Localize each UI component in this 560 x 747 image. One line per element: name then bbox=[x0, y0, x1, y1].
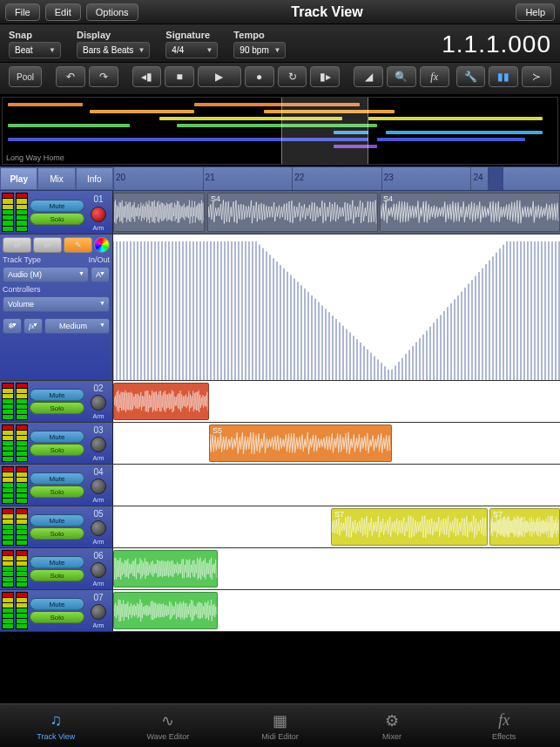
level-meter bbox=[16, 193, 28, 232]
tempo-select[interactable]: 90 bpm bbox=[233, 42, 286, 58]
level-meter bbox=[16, 466, 28, 504]
tab-label: Midi Editor bbox=[261, 732, 299, 741]
track-type-select[interactable]: Audio (M) bbox=[3, 267, 89, 282]
tab-mix[interactable]: Mix bbox=[37, 167, 75, 190]
redo-button[interactable]: ↷ bbox=[89, 66, 118, 87]
automation-lane[interactable] bbox=[113, 234, 560, 380]
controller-select[interactable]: Volume bbox=[3, 296, 110, 312]
track-lane[interactable] bbox=[113, 465, 560, 506]
solo-button[interactable]: Solo bbox=[30, 527, 84, 540]
audio-clip[interactable]: S4 bbox=[380, 193, 560, 232]
marker-tool-button[interactable]: ▮▮ bbox=[489, 66, 518, 87]
overview-viewport[interactable] bbox=[281, 98, 368, 164]
ruler-marker[interactable] bbox=[488, 167, 503, 190]
metronome-button[interactable]: ◢ bbox=[354, 66, 383, 87]
ruler-number: 24 bbox=[473, 173, 482, 182]
track-lane[interactable]: S4S4 bbox=[113, 191, 560, 234]
tab-wave-editor[interactable]: ∿ Wave Editor bbox=[112, 704, 225, 747]
tab-play[interactable]: Play bbox=[0, 167, 37, 190]
solo-button[interactable]: Solo bbox=[30, 611, 84, 623]
track-fx-button[interactable]: fx bbox=[24, 318, 43, 334]
tab-track-view[interactable]: ♫ Track View bbox=[0, 704, 112, 747]
tool-pencil[interactable]: ✎ bbox=[64, 237, 92, 253]
signature-select[interactable]: 4/4 bbox=[165, 42, 218, 58]
loop-button[interactable]: ↻ bbox=[278, 66, 307, 87]
level-meter bbox=[2, 466, 14, 504]
play-button[interactable]: ▶ bbox=[198, 66, 241, 87]
solo-button[interactable]: Solo bbox=[30, 402, 84, 414]
arm-button[interactable] bbox=[91, 562, 106, 578]
track-header[interactable]: Mute Solo 05 Arm bbox=[0, 506, 113, 547]
undo-button[interactable]: ↶ bbox=[56, 66, 85, 87]
arm-button[interactable] bbox=[91, 520, 106, 536]
arm-button[interactable] bbox=[91, 395, 106, 411]
tab-midi-editor[interactable]: ▦ Midi Editor bbox=[224, 704, 336, 747]
solo-button[interactable]: Solo bbox=[30, 569, 84, 581]
tool-eraser[interactable]: ▱ bbox=[3, 237, 31, 253]
freeze-button[interactable]: ❄ bbox=[3, 318, 22, 334]
track-lane[interactable] bbox=[113, 548, 560, 589]
color-wheel[interactable] bbox=[94, 237, 110, 253]
track-number: 02 bbox=[93, 384, 103, 393]
mute-button[interactable]: Mute bbox=[30, 389, 84, 401]
mute-button[interactable]: Mute bbox=[30, 598, 84, 610]
snap-select[interactable]: Beat bbox=[9, 42, 61, 58]
arm-button[interactable] bbox=[91, 479, 106, 494]
mute-button[interactable]: Mute bbox=[30, 200, 84, 212]
track-header[interactable]: Mute Solo 01 Arm bbox=[0, 191, 113, 234]
audio-clip[interactable] bbox=[113, 383, 209, 420]
audio-clip[interactable]: S7 bbox=[489, 508, 560, 546]
arm-button[interactable] bbox=[91, 604, 106, 620]
solo-button[interactable]: Solo bbox=[30, 213, 84, 225]
tool-select-button[interactable]: 🔧 bbox=[456, 66, 486, 87]
track-header[interactable]: Mute Solo 02 Arm bbox=[0, 381, 113, 422]
track-lane[interactable] bbox=[113, 381, 560, 422]
track-header[interactable]: Mute Solo 07 Arm bbox=[0, 590, 113, 631]
track-lane[interactable]: S5 bbox=[113, 423, 560, 464]
fx-button[interactable]: fx bbox=[420, 66, 449, 87]
track-header[interactable]: Mute Solo 04 Arm bbox=[0, 465, 113, 506]
controllers-label: Controllers bbox=[3, 285, 110, 294]
file-menu[interactable]: File bbox=[5, 3, 40, 21]
tab-mixer[interactable]: ⚙ Mixer bbox=[336, 704, 449, 747]
rewind-button[interactable]: ◂▮ bbox=[132, 66, 162, 87]
track-lane[interactable] bbox=[113, 590, 560, 631]
tab-effects[interactable]: fx Effects bbox=[448, 704, 560, 747]
audio-clip[interactable]: S4 bbox=[207, 193, 378, 232]
mute-button[interactable]: Mute bbox=[30, 431, 84, 443]
tool-eraser2[interactable]: ▱ bbox=[33, 237, 62, 253]
tab-info[interactable]: Info bbox=[76, 167, 113, 190]
zoom-button[interactable]: 🔍 bbox=[387, 66, 416, 87]
track-header[interactable]: Mute Solo 06 Arm bbox=[0, 548, 113, 589]
timeline-ruler[interactable]: 202122232425 bbox=[113, 167, 560, 190]
solo-button[interactable]: Solo bbox=[30, 486, 84, 498]
arm-button[interactable] bbox=[91, 437, 106, 452]
audio-clip[interactable]: S7 bbox=[331, 508, 488, 546]
song-overview[interactable]: Long Way Home bbox=[2, 97, 558, 165]
mute-button[interactable]: Mute bbox=[30, 514, 84, 526]
stop-button[interactable]: ■ bbox=[165, 66, 194, 87]
mute-button[interactable]: Mute bbox=[30, 472, 84, 485]
arm-button[interactable] bbox=[91, 207, 106, 222]
help-button[interactable]: Help bbox=[516, 3, 555, 21]
split-tool-button[interactable]: ≻ bbox=[522, 66, 551, 87]
inout-select[interactable]: A bbox=[91, 267, 110, 282]
track-number: 04 bbox=[93, 467, 103, 477]
track: Mute Solo 05 Arm S7S7 bbox=[0, 506, 560, 548]
audio-clip[interactable] bbox=[113, 193, 205, 232]
arm-label: Arm bbox=[93, 455, 105, 461]
quality-select[interactable]: Medium bbox=[44, 318, 110, 334]
track-lane[interactable]: S7S7 bbox=[113, 506, 560, 547]
pool-button[interactable]: Pool bbox=[9, 66, 42, 87]
forward-button[interactable]: ▮▸ bbox=[310, 66, 340, 87]
audio-clip[interactable] bbox=[113, 550, 218, 587]
track-header[interactable]: Mute Solo 03 Arm bbox=[0, 423, 113, 464]
record-button[interactable]: ● bbox=[245, 66, 274, 87]
edit-menu[interactable]: Edit bbox=[45, 3, 81, 21]
audio-clip[interactable]: S5 bbox=[209, 424, 392, 462]
mute-button[interactable]: Mute bbox=[30, 556, 84, 568]
display-select[interactable]: Bars & Beats bbox=[77, 42, 150, 58]
solo-button[interactable]: Solo bbox=[30, 444, 84, 456]
audio-clip[interactable] bbox=[113, 592, 218, 629]
options-menu[interactable]: Options bbox=[86, 3, 138, 21]
